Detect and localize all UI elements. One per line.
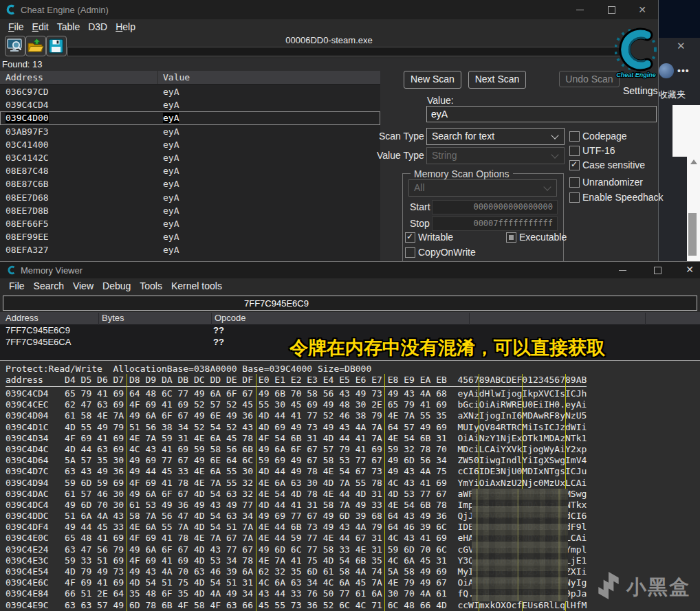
- hex-row[interactable]: 039C4D4C 4D 44 63 69 4C 43 41 69 59 58 5…: [6, 444, 587, 455]
- menu-item-help[interactable]: Help: [116, 21, 135, 32]
- column-bytes: Bytes: [102, 313, 124, 323]
- menu-item-file[interactable]: File: [8, 21, 24, 32]
- group-separator: [256, 374, 256, 611]
- hex-column-header: address D4 D5 D6 D7 D8 D9 DA DB DC DD DE…: [6, 375, 700, 386]
- row-value: eyA: [163, 166, 179, 176]
- avatar[interactable]: [659, 63, 674, 78]
- cheat-engine-window: Cheat Engine (Admin) ✕ FileEditTableD3DH…: [0, 0, 659, 262]
- row-value: eyA: [163, 179, 179, 189]
- menu-item-edit[interactable]: Edit: [32, 21, 49, 32]
- group-separator: [384, 374, 385, 611]
- cheat-engine-icon: [6, 4, 17, 15]
- chevron-down-icon: [551, 131, 558, 139]
- row-address: 03C41400: [6, 140, 49, 150]
- found-count: Found: 13: [2, 59, 43, 69]
- found-row[interactable]: 03AB97F3eyA: [0, 125, 380, 138]
- found-row[interactable]: 08EFA327eyA: [0, 243, 380, 256]
- hex-row[interactable]: 039C4CEC 62 47 63 69 4F 69 41 69 52 57 5…: [6, 399, 587, 410]
- stop-address-input[interactable]: 00007fffffffffff: [432, 216, 558, 231]
- found-row[interactable]: 036C97CDeyA: [0, 85, 380, 98]
- menu-item-kernel-tools[interactable]: Kernel tools: [171, 280, 222, 291]
- menu-item-tools[interactable]: Tools: [140, 280, 162, 291]
- address-input[interactable]: 7FF7C945E6C9: [3, 296, 697, 311]
- hex-row[interactable]: 039C4D7C 63 43 49 36 49 44 45 33 4E 6A 5…: [6, 466, 587, 477]
- annotation-text: 令牌在内存中没有混淆，可以直接获取: [289, 335, 605, 360]
- close-button[interactable]: ✕: [684, 264, 695, 275]
- scrollbar[interactable]: [687, 157, 700, 261]
- favorites-panel-body: [672, 105, 700, 157]
- hex-row[interactable]: 039C4D94 59 6D 59 69 4F 69 41 78 4E 7A 5…: [6, 478, 587, 489]
- minimize-button[interactable]: [575, 4, 586, 15]
- maximize-button[interactable]: [606, 4, 617, 15]
- stop-label: Stop: [410, 218, 430, 229]
- row-address: 08EE7D68: [6, 192, 49, 203]
- more-icon[interactable]: •••: [677, 65, 690, 76]
- row-value: eyA: [163, 153, 179, 163]
- row-address: 08E87C48: [6, 166, 49, 176]
- found-row[interactable]: 08EE7D8BeyA: [0, 204, 380, 217]
- found-row[interactable]: 03C4142CeyA: [0, 151, 380, 164]
- found-row[interactable]: 08EF66F5eyA: [0, 217, 380, 230]
- row-address: 039C4CD4: [6, 100, 49, 110]
- scan-region-select[interactable]: All: [408, 179, 557, 197]
- scan-type-select[interactable]: Search for text: [426, 128, 565, 145]
- close-icon[interactable]: ✕: [677, 40, 686, 52]
- undo-scan-button[interactable]: Undo Scan: [559, 71, 620, 87]
- minimize-button[interactable]: [617, 265, 628, 276]
- menu-item-file[interactable]: File: [9, 280, 25, 291]
- scrollbar-thumb[interactable]: [688, 213, 697, 256]
- favorites-label: 收藏夹: [659, 89, 699, 101]
- cheat-engine-logo: Cheat Engine: [615, 27, 659, 85]
- menu-item-d3d[interactable]: D3D: [88, 21, 107, 32]
- address-bar: 7FF7C945E6C9: [0, 294, 700, 312]
- found-row[interactable]: 08EE7D68eyA: [0, 191, 380, 204]
- close-button[interactable]: ✕: [637, 4, 648, 15]
- found-address-list: Address Value 036C97CDeyA039C4CD4eyA039C…: [0, 71, 380, 261]
- group-separator: [127, 374, 127, 611]
- hex-row[interactable]: 039C4D34 4F 69 41 69 4E 7A 59 31 4E 6A 4…: [6, 433, 587, 444]
- menu-item-table[interactable]: Table: [57, 21, 80, 32]
- maximize-button[interactable]: [652, 265, 663, 276]
- column-address[interactable]: Address: [6, 72, 43, 82]
- column-value[interactable]: Value: [163, 72, 190, 82]
- scroll-up-icon[interactable]: [690, 159, 697, 164]
- chevron-down-icon: [551, 151, 558, 158]
- start-address-input[interactable]: 0000000000000000: [432, 200, 558, 214]
- row-value: eyA: [163, 219, 179, 229]
- found-row[interactable]: 039C4CD4eyA: [0, 98, 380, 111]
- value-type-select[interactable]: String: [426, 147, 565, 164]
- background-window-dark-area: [658, 0, 700, 38]
- value-type-label: Value Type: [377, 150, 424, 161]
- titlebar[interactable]: Cheat Engine (Admin) ✕: [0, 0, 658, 19]
- screen: ✕ ••• 收藏夹 Cheat Engine (Admin) ✕ FileEdi…: [0, 0, 700, 611]
- found-row[interactable]: 08E87C6BeyA: [0, 177, 380, 190]
- disassembler-header[interactable]: Address Bytes Opcode: [0, 312, 700, 325]
- memory-viewer-titlebar[interactable]: Memory Viewer ✕: [0, 262, 700, 278]
- hex-row[interactable]: 039C4CD4 65 79 41 69 64 48 6C 77 49 6A 6…: [6, 388, 587, 399]
- hex-row[interactable]: 039C4D1C 4D 55 49 79 51 56 38 34 52 54 5…: [6, 422, 587, 433]
- hex-row[interactable]: 039C4D64 5A 57 35 30 49 69 77 67 49 6E 6…: [6, 455, 587, 466]
- found-row[interactable]: 08EF99EEeyA: [0, 230, 380, 243]
- found-row[interactable]: 08E87C48eyA: [0, 164, 380, 177]
- found-list-header[interactable]: Address Value: [0, 71, 380, 85]
- column-divider: [157, 71, 158, 84]
- found-row[interactable]: 03C41400eyA: [0, 138, 380, 151]
- row-value: eyA: [163, 192, 179, 203]
- row-address: 036C97CD: [6, 87, 49, 97]
- menu-item-debug[interactable]: Debug: [102, 280, 131, 291]
- menu-item-search[interactable]: Search: [34, 280, 64, 291]
- row-value: eyA: [163, 232, 179, 242]
- memory-protect-info: Protect:Read/Write AllocationBase=038A00…: [6, 364, 700, 375]
- menu-item-view[interactable]: View: [73, 280, 94, 291]
- hex-header-underline: [6, 386, 587, 387]
- row-value: eyA: [163, 87, 179, 97]
- new-scan-button[interactable]: New Scan: [404, 71, 461, 89]
- next-scan-button[interactable]: Next Scan: [468, 71, 526, 89]
- settings-link[interactable]: Settings: [623, 85, 658, 96]
- found-row[interactable]: 039C4D00eyA: [0, 111, 380, 124]
- menubar: FileEditTableD3DHelp: [0, 19, 658, 34]
- memory-scan-options-title: Memory Scan Options: [411, 168, 513, 179]
- hex-row[interactable]: 039C4D04 61 58 4E 7A 49 6A 6F 67 49 6E 4…: [6, 410, 587, 421]
- logo-caption: Cheat Engine: [616, 71, 656, 78]
- value-input[interactable]: eyA: [426, 106, 657, 122]
